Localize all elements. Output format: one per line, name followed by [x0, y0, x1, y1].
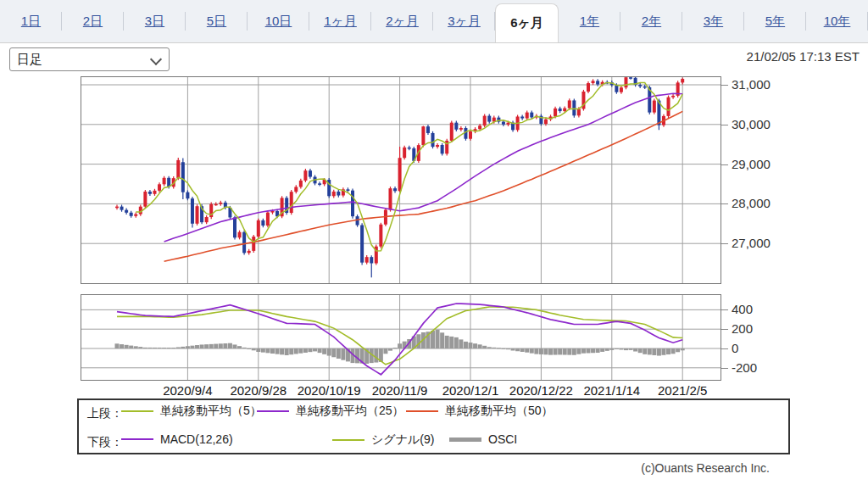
y-axis-tick [721, 85, 728, 86]
legend-sma5: 単純移動平均（5） [121, 404, 262, 419]
tab-3d-label[interactable]: 3日 [145, 14, 164, 30]
tab-5d[interactable]: 5日 [186, 0, 248, 42]
y-axis-label: 29,000 [732, 157, 771, 171]
macd-y-axis-tick [721, 309, 728, 310]
legend-osci: OSCI [449, 432, 517, 446]
legend-lower-title: 下段： [87, 435, 123, 450]
x-axis-label: 2021/2/5 [642, 383, 723, 398]
macd-y-axis-label: 200 [732, 321, 753, 336]
legend-upper-title: 上段： [87, 406, 123, 421]
tab-5d-label[interactable]: 5日 [207, 14, 226, 30]
indicator-legend: 上段： 単純移動平均（5） 単純移動平均（25） 単純移動平均（50） 下段： … [77, 398, 790, 454]
tab-5y-label[interactable]: 5年 [765, 14, 785, 30]
interval-select-value: 日足 [17, 52, 42, 68]
sma50-swatch [406, 410, 438, 412]
x-axis-label: 2020/12/1 [430, 383, 511, 398]
tab-5y[interactable]: 5年 [744, 0, 806, 42]
y-axis-tick [721, 243, 728, 244]
legend-macd: MACD(12,26) [121, 432, 233, 446]
legend-sma50: 単純移動平均（50） [406, 404, 554, 419]
tab-3mo[interactable]: 3ヶ月 [433, 0, 495, 42]
tab-2mo[interactable]: 2ヶ月 [371, 0, 433, 42]
tab-6mo-label[interactable]: 6ヶ月 [510, 15, 543, 31]
tab-1mo-label[interactable]: 1ヶ月 [324, 14, 357, 30]
copyright: (c)Ouants Research Inc. [77, 461, 790, 475]
tab-1d-label[interactable]: 1日 [21, 14, 41, 30]
chevron-down-icon [150, 53, 162, 65]
x-axis-label: 2020/12/22 [500, 383, 581, 398]
tab-1y-label[interactable]: 1年 [580, 14, 599, 30]
tab-3y[interactable]: 3年 [682, 0, 744, 42]
tab-3mo-label[interactable]: 3ヶ月 [448, 14, 481, 30]
tab-2d[interactable]: 2日 [62, 0, 124, 42]
macd-y-axis-tick [721, 368, 728, 369]
price-chart-canvas [81, 76, 721, 284]
y-axis-tick [721, 125, 728, 125]
tab-6mo-selected[interactable]: 6ヶ月 [495, 3, 559, 42]
price-chart [81, 76, 721, 287]
tab-10d-label[interactable]: 10日 [265, 14, 292, 30]
macd-swatch [121, 438, 153, 440]
signal-swatch [332, 439, 364, 441]
osci-swatch [449, 437, 481, 442]
x-axis-label: 2020/9/4 [147, 383, 228, 398]
interval-select[interactable]: 日足 [9, 47, 170, 71]
tab-1mo[interactable]: 1ヶ月 [309, 0, 371, 42]
x-axis-label: 2020/11/9 [359, 383, 441, 398]
macd-y-axis-label: 400 [732, 302, 753, 316]
y-axis-label: 27,000 [732, 236, 771, 250]
macd-y-axis-label: 0 [732, 341, 738, 355]
tab-10y-label[interactable]: 10年 [824, 14, 851, 30]
legend-signal: シグナル(9) [332, 432, 434, 448]
x-axis-label: 2020/10/19 [288, 383, 370, 398]
x-axis-label: 2020/9/28 [218, 383, 299, 398]
x-axis-label: 2021/1/14 [571, 383, 653, 398]
y-axis-tick [721, 203, 728, 204]
tab-1y[interactable]: 1年 [559, 0, 620, 42]
sma5-line [136, 82, 682, 251]
macd-y-axis-label: -200 [732, 360, 757, 375]
legend-sma25: 単純移動平均（25） [257, 404, 404, 419]
tab-2d-label[interactable]: 2日 [83, 14, 103, 30]
macd-y-axis-tick [721, 329, 728, 330]
sma5-swatch [121, 410, 153, 412]
tab-2y-label[interactable]: 2年 [642, 14, 661, 30]
stock-chart-app: 1日 2日 3日 5日 10日 1ヶ月 2ヶ月 3ヶ月 6ヶ月 1年 2年 3年… [0, 0, 868, 496]
y-axis-label: 28,000 [732, 196, 771, 210]
period-tabbar: 1日 2日 3日 5日 10日 1ヶ月 2ヶ月 3ヶ月 6ヶ月 1年 2年 3年… [0, 0, 868, 42]
macd-chart-canvas [81, 294, 721, 381]
tab-10d[interactable]: 10日 [248, 0, 309, 42]
tab-2y[interactable]: 2年 [620, 0, 682, 42]
tab-10y[interactable]: 10年 [806, 0, 868, 42]
y-axis-label: 30,000 [732, 117, 771, 131]
tab-3d[interactable]: 3日 [124, 0, 186, 42]
sma25-swatch [257, 410, 289, 412]
tab-3y-label[interactable]: 3年 [704, 14, 723, 30]
tab-1d[interactable]: 1日 [0, 0, 62, 42]
y-axis-tick [721, 164, 728, 165]
y-axis-label: 31,000 [732, 77, 771, 92]
macd-chart [81, 294, 721, 384]
macd-y-axis-tick [721, 348, 728, 349]
sma25-line [164, 93, 683, 242]
tab-2mo-label[interactable]: 2ヶ月 [386, 14, 419, 30]
timestamp: 21/02/05 17:13 EST [747, 49, 860, 64]
